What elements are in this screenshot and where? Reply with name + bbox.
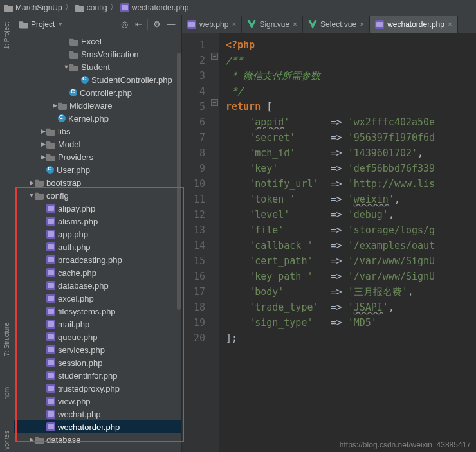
code-line[interactable]: 'trade_type' => 'JSAPI',: [226, 300, 476, 315]
tree-node-model[interactable]: ▶Model: [14, 138, 181, 150]
tree-node-middleware[interactable]: ▶Middleware: [14, 99, 181, 112]
tree-node-session-php[interactable]: session.php: [14, 356, 181, 369]
code-line[interactable]: 'token ' => 'weixin',: [226, 192, 476, 207]
tree-node-broadcasting-php[interactable]: broadcasting.php: [14, 253, 181, 266]
tree-node-providers[interactable]: ▶Providers: [14, 150, 181, 163]
tree-node-config[interactable]: ▼config: [14, 189, 181, 202]
tree-node-kernel-php[interactable]: Kernel.php: [14, 112, 181, 125]
tree-label: trustedproxy.php: [58, 384, 120, 393]
gear-icon[interactable]: ⚙: [152, 19, 162, 30]
code-line[interactable]: 'mch_id' => '1439601702',: [226, 145, 476, 161]
code-line[interactable]: /**: [226, 53, 476, 68]
fold-gutter: − −: [210, 33, 219, 452]
tree-node-studentinfor-php[interactable]: studentinfor.php: [14, 369, 181, 382]
toolwindow-favorites-tab[interactable]: vorites: [3, 428, 10, 452]
expand-arrow-icon[interactable]: ▶: [40, 154, 46, 160]
close-tab-icon[interactable]: ×: [360, 20, 364, 29]
tree-node-smsverification[interactable]: SmsVerification: [14, 48, 181, 60]
tree-label: StudentController.php: [91, 75, 172, 85]
folder-icon: [69, 37, 78, 46]
tree-node-queue-php[interactable]: queue.php: [14, 330, 181, 343]
breadcrumb-segment[interactable]: config: [87, 3, 107, 12]
code-line[interactable]: 'file' => 'storage/logs/g: [226, 222, 476, 238]
fold-marker-icon[interactable]: −: [211, 99, 218, 106]
collapse-icon[interactable]: ⇤: [133, 19, 143, 30]
code-line[interactable]: * 微信支付所需参数: [226, 68, 476, 84]
vue-file-icon: [247, 20, 256, 29]
tree-node-excel-php[interactable]: excel.php: [14, 292, 181, 305]
expand-arrow-icon[interactable]: ▶: [40, 141, 46, 147]
php-icon: [46, 332, 55, 341]
tree-node-view-php[interactable]: view.php: [14, 395, 181, 408]
code-editor[interactable]: <?php/** * 微信支付所需参数 */return [ 'appid' =…: [219, 33, 476, 452]
close-tab-icon[interactable]: ×: [448, 20, 452, 29]
close-tab-icon[interactable]: ×: [293, 20, 297, 29]
tree-node-excel[interactable]: Excel: [14, 35, 181, 48]
project-tree[interactable]: ExcelSmsVerification▼StudentStudentContr…: [14, 33, 181, 452]
code-line[interactable]: 'secret' => '956397f1970f6d: [226, 130, 476, 145]
tree-node-controller-php[interactable]: Controller.php: [14, 86, 181, 99]
code-line[interactable]: 'sign_type' => 'MD5': [226, 315, 476, 330]
tree-node-mail-php[interactable]: mail.php: [14, 318, 181, 330]
code-line[interactable]: 'callback ' => '/examples/oaut: [226, 238, 476, 253]
tree-node-user-php[interactable]: User.php: [14, 163, 181, 176]
close-tab-icon[interactable]: ×: [232, 20, 236, 29]
tree-node-trustedproxy-php[interactable]: trustedproxy.php: [14, 382, 181, 395]
editor-tab-select-vue[interactable]: Select.vue×: [303, 16, 370, 33]
editor-tab-web-php[interactable]: web.php×: [182, 16, 242, 33]
tree-node-filesystems-php[interactable]: filesystems.php: [14, 305, 181, 318]
code-line[interactable]: return [: [226, 99, 476, 114]
tree-node-database-php[interactable]: database.php: [14, 279, 181, 292]
tree-node-auth-php[interactable]: auth.php: [14, 240, 181, 253]
php-file-icon: [375, 20, 384, 29]
tree-node-bootstrap[interactable]: ▶bootstrap: [14, 176, 181, 189]
tree-node-studentcontroller-php[interactable]: StudentController.php: [14, 73, 181, 86]
tree-node-wechatorder-php[interactable]: wechatorder.php: [14, 420, 181, 433]
tree-node-student[interactable]: ▼Student: [14, 60, 181, 73]
project-panel: Project ▼ ◎ ⇤ ⚙ — ExcelSmsVerification▼S…: [14, 15, 182, 452]
tree-node-database[interactable]: ▶database: [14, 433, 181, 446]
project-panel-header: Project ▼ ◎ ⇤ ⚙ —: [14, 15, 181, 33]
editor-tab-wechatorder-php[interactable]: wechatorder.php×: [370, 16, 458, 33]
breadcrumb-segment[interactable]: wechatorder.php: [132, 3, 189, 12]
expand-arrow-icon[interactable]: ▶: [40, 128, 46, 134]
code-line[interactable]: 'appid' => 'wx2fffc402a50e: [226, 114, 476, 130]
toolwindow-structure-tab[interactable]: 7: Structure: [3, 320, 10, 359]
editor-tab-sign-vue[interactable]: Sign.vue×: [242, 16, 303, 33]
class-icon: [81, 76, 89, 84]
code-line[interactable]: 'level' => 'debug',: [226, 207, 476, 222]
code-line[interactable]: */: [226, 84, 476, 99]
tree-node-app-php[interactable]: app.php: [14, 228, 181, 240]
expand-arrow-icon[interactable]: ▶: [28, 179, 35, 186]
code-line[interactable]: 'body' => '三月报名费',: [226, 284, 476, 300]
tree-label: libs: [58, 127, 71, 136]
php-icon: [46, 397, 55, 406]
code-line[interactable]: 'key_path ' => '/var/www/SignU: [226, 269, 476, 284]
tree-label: auth.php: [58, 242, 91, 252]
code-line[interactable]: ];: [226, 330, 476, 346]
code-line[interactable]: 'notify_url' => 'http://www.lis: [226, 176, 476, 192]
expand-arrow-icon[interactable]: ▼: [28, 192, 35, 199]
fold-marker-icon[interactable]: −: [211, 53, 218, 60]
tree-node-wechat-php[interactable]: wechat.php: [14, 408, 181, 420]
locate-icon[interactable]: ◎: [119, 19, 129, 30]
project-panel-title[interactable]: Project ▼: [19, 20, 63, 29]
expand-arrow-icon[interactable]: ▼: [63, 64, 69, 70]
toolwindow-npm-tab[interactable]: npm: [3, 384, 10, 402]
code-line[interactable]: <?php: [226, 37, 476, 53]
tree-node-alipay-php[interactable]: alipay.php: [14, 202, 181, 215]
toolwindow-project-tab[interactable]: 1: Project: [3, 19, 10, 51]
scrollbar-thumb[interactable]: [177, 53, 181, 310]
expand-arrow-icon[interactable]: ▶: [51, 102, 58, 109]
breadcrumb-segment[interactable]: MarchSignUp: [15, 3, 62, 12]
tree-node-libs[interactable]: ▶libs: [14, 125, 181, 138]
tree-node-cache-php[interactable]: cache.php: [14, 266, 181, 279]
tree-node-alisms-php[interactable]: alisms.php: [14, 215, 181, 228]
folder-icon: [69, 62, 78, 71]
tree-node-services-php[interactable]: services.php: [14, 343, 181, 356]
code-line[interactable]: 'cert_path' => '/var/www/SignU: [226, 253, 476, 269]
expand-arrow-icon[interactable]: ▶: [28, 437, 35, 443]
tree-label: filesystems.php: [58, 307, 116, 316]
code-line[interactable]: 'key' => 'def56bbd76f339: [226, 161, 476, 176]
hide-icon[interactable]: —: [166, 19, 176, 30]
